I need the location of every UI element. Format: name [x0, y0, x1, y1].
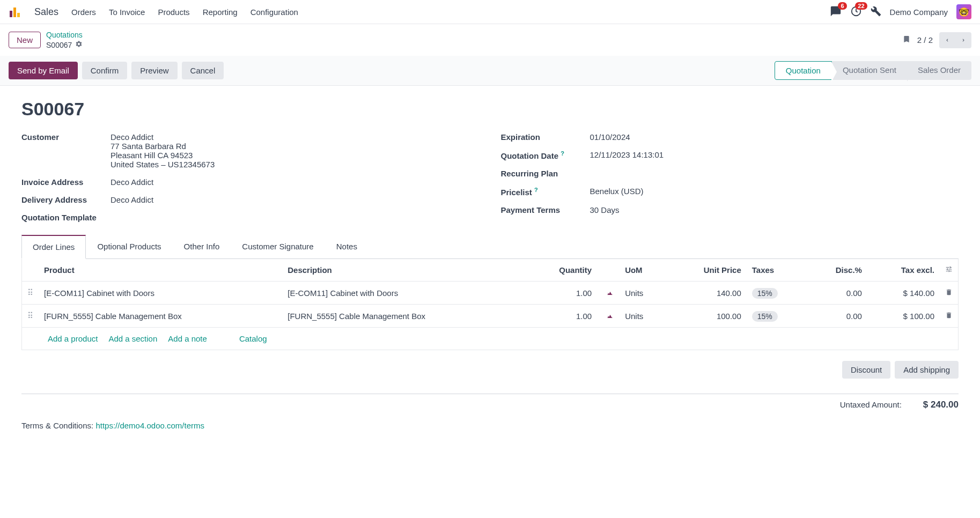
- th-taxes[interactable]: Taxes: [747, 259, 807, 282]
- cell-disc[interactable]: 0.00: [806, 282, 867, 305]
- value-pricelist[interactable]: Benelux (USD): [590, 187, 644, 197]
- cell-description[interactable]: [FURN_5555] Cable Management Box: [282, 305, 526, 328]
- cell-disc[interactable]: 0.00: [806, 305, 867, 328]
- help-icon[interactable]: ?: [534, 187, 538, 193]
- cell-product[interactable]: [E-COM11] Cabinet with Doors: [39, 282, 282, 305]
- customer-street: 77 Santa Barbara Rd: [110, 142, 215, 151]
- cell-unit-price[interactable]: 100.00: [667, 305, 747, 328]
- label-delivery-address: Delivery Address: [21, 195, 102, 204]
- tabs: Order Lines Optional Products Other Info…: [21, 235, 959, 259]
- th-unit-price[interactable]: Unit Price: [667, 259, 747, 282]
- drag-handle-icon[interactable]: ⠿: [22, 305, 39, 328]
- cell-quantity[interactable]: 1.00: [526, 305, 597, 328]
- pager-text[interactable]: 2 / 2: [917, 35, 933, 45]
- tab-optional-products[interactable]: Optional Products: [86, 235, 172, 258]
- pager-prev[interactable]: [939, 32, 955, 48]
- breadcrumb-bar: New Quotations S00067 2 / 2: [0, 24, 980, 56]
- cancel-button[interactable]: Cancel: [182, 62, 224, 79]
- value-payment-terms[interactable]: 30 Days: [590, 205, 620, 214]
- th-uom[interactable]: UoM: [620, 259, 667, 282]
- table-row[interactable]: ⠿ [FURN_5555] Cable Management Box [FURN…: [22, 305, 958, 328]
- tab-notes[interactable]: Notes: [325, 235, 369, 258]
- th-product[interactable]: Product: [39, 259, 282, 282]
- cell-product[interactable]: [FURN_5555] Cable Management Box: [39, 305, 282, 328]
- value-quotation-date[interactable]: 12/11/2023 14:13:01: [590, 150, 664, 160]
- table-row[interactable]: ⠿ [E-COM11] Cabinet with Doors [E-COM11]…: [22, 282, 958, 305]
- pager-next[interactable]: [955, 32, 971, 48]
- activities-icon[interactable]: 22: [850, 5, 862, 19]
- label-quotation-date: Quotation Date ?: [501, 150, 581, 160]
- cell-uom[interactable]: Units: [620, 305, 667, 328]
- footer-actions: Discount Add shipping: [21, 350, 959, 389]
- form-col-right: Expiration 01/10/2024 Quotation Date ? 1…: [501, 132, 959, 222]
- cell-taxes[interactable]: 15%: [747, 305, 807, 328]
- customer-city: Pleasant Hill CA 94523: [110, 151, 215, 160]
- tab-other-info[interactable]: Other Info: [173, 235, 231, 258]
- value-expiration[interactable]: 01/10/2024: [590, 132, 630, 142]
- cell-tax-excl: $ 100.00: [867, 305, 940, 328]
- forecast-icon[interactable]: [606, 288, 614, 298]
- bookmark-icon[interactable]: [902, 34, 911, 46]
- catalog-link[interactable]: Catalog: [239, 334, 267, 343]
- terms: Terms & Conditions: https://demo4.odoo.c…: [21, 416, 959, 435]
- cell-unit-price[interactable]: 140.00: [667, 282, 747, 305]
- stage-quotation-sent[interactable]: Quotation Sent: [832, 61, 907, 80]
- preview-button[interactable]: Preview: [131, 62, 177, 79]
- stage-sales-order[interactable]: Sales Order: [907, 61, 971, 80]
- send-by-email-button[interactable]: Send by Email: [9, 62, 78, 79]
- confirm-button[interactable]: Confirm: [82, 62, 128, 79]
- user-avatar[interactable]: 🤓: [956, 4, 971, 19]
- cell-uom[interactable]: Units: [620, 282, 667, 305]
- nav-to-invoice[interactable]: To Invoice: [109, 8, 145, 17]
- app-logo-icon[interactable]: [9, 5, 21, 18]
- label-expiration: Expiration: [501, 132, 581, 142]
- cell-description[interactable]: [E-COM11] Cabinet with Doors: [282, 282, 526, 305]
- nav-products[interactable]: Products: [158, 8, 189, 17]
- breadcrumb-parent[interactable]: Quotations: [46, 31, 83, 39]
- delete-row-icon[interactable]: [945, 288, 953, 298]
- drag-handle-icon[interactable]: ⠿: [22, 282, 39, 305]
- value-customer[interactable]: Deco Addict 77 Santa Barbara Rd Pleasant…: [110, 132, 215, 169]
- nav-right: 6 22 Demo Company 🤓: [830, 4, 971, 19]
- messages-badge: 6: [838, 2, 846, 10]
- th-quantity[interactable]: Quantity: [526, 259, 597, 282]
- customer-country: United States – US12345673: [110, 160, 215, 169]
- discount-button[interactable]: Discount: [842, 361, 890, 379]
- columns-settings-icon[interactable]: [945, 265, 953, 275]
- stage-quotation[interactable]: Quotation: [775, 61, 832, 80]
- breadcrumb: Quotations S00067: [46, 31, 83, 49]
- value-delivery-address[interactable]: Deco Addict: [110, 195, 153, 204]
- value-invoice-address[interactable]: Deco Addict: [110, 177, 153, 187]
- add-section-link[interactable]: Add a section: [108, 334, 157, 343]
- messages-icon[interactable]: 6: [830, 5, 842, 19]
- new-button[interactable]: New: [9, 32, 41, 48]
- gear-icon[interactable]: [75, 40, 83, 49]
- delete-row-icon[interactable]: [945, 312, 953, 321]
- nav-orders[interactable]: Orders: [71, 8, 96, 17]
- cell-taxes[interactable]: 15%: [747, 282, 807, 305]
- tab-customer-signature[interactable]: Customer Signature: [231, 235, 325, 258]
- th-description[interactable]: Description: [282, 259, 526, 282]
- th-disc[interactable]: Disc.%: [806, 259, 867, 282]
- help-icon[interactable]: ?: [561, 150, 564, 157]
- forecast-icon[interactable]: [606, 312, 614, 321]
- terms-link[interactable]: https://demo4.odoo.com/terms: [95, 421, 204, 430]
- breadcrumb-current: S00067: [46, 40, 83, 49]
- label-quotation-template: Quotation Template: [21, 213, 102, 222]
- status-stages: Quotation Quotation Sent Sales Order: [775, 61, 971, 80]
- debug-icon[interactable]: [871, 6, 881, 18]
- tab-order-lines[interactable]: Order Lines: [21, 235, 86, 259]
- app-name[interactable]: Sales: [34, 6, 58, 18]
- th-tax-excl[interactable]: Tax excl.: [867, 259, 940, 282]
- company-name[interactable]: Demo Company: [890, 8, 948, 17]
- cell-quantity[interactable]: 1.00: [526, 282, 597, 305]
- nav-reporting[interactable]: Reporting: [203, 8, 238, 17]
- add-note-link[interactable]: Add a note: [168, 334, 207, 343]
- cell-tax-excl: $ 140.00: [867, 282, 940, 305]
- add-product-link[interactable]: Add a product: [48, 334, 98, 343]
- label-customer: Customer: [21, 132, 102, 169]
- page-title: S00067: [21, 99, 959, 120]
- action-bar: Send by Email Confirm Preview Cancel Quo…: [0, 56, 980, 86]
- nav-configuration[interactable]: Configuration: [250, 8, 298, 17]
- add-shipping-button[interactable]: Add shipping: [895, 361, 959, 379]
